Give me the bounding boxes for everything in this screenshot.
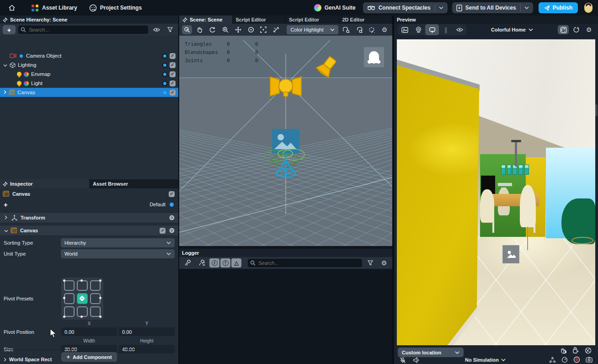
- pivot-bottom-left[interactable]: [64, 306, 75, 317]
- publish-button[interactable]: Publish: [539, 2, 578, 13]
- pause-button[interactable]: ∥: [439, 24, 453, 35]
- environment-dropdown[interactable]: Colorful Home: [491, 27, 533, 32]
- visibility-eye-icon[interactable]: [151, 25, 162, 34]
- microphone-muted-icon[interactable]: [400, 357, 406, 364]
- add-icon[interactable]: +: [4, 201, 8, 209]
- visibility-dot[interactable]: [162, 81, 167, 86]
- hierarchy-row-lighting[interactable]: Lighting ✓: [0, 60, 178, 70]
- pivot-top-right[interactable]: [90, 280, 101, 291]
- sorting-type-dropdown[interactable]: Hierarchy: [61, 238, 175, 247]
- enabled-checkbox[interactable]: ✓: [170, 71, 176, 77]
- window-scrollbar-nub[interactable]: [595, 104, 598, 116]
- select-tool-button[interactable]: [182, 25, 192, 34]
- spectacles-preview-mode-button[interactable]: [425, 24, 439, 35]
- world-orbit-icon[interactable]: [585, 347, 592, 354]
- pivot-middle-left[interactable]: [64, 293, 75, 304]
- rotate-tool-button[interactable]: [246, 25, 256, 34]
- visibility-dot[interactable]: [162, 72, 167, 77]
- tab-asset-browser[interactable]: Asset Browser: [89, 179, 178, 188]
- hierarchy-row-light[interactable]: Light ✓: [0, 79, 178, 88]
- snapshot-camera-icon[interactable]: [586, 357, 593, 363]
- add-object-button[interactable]: +: [3, 25, 16, 34]
- preview-render[interactable]: [397, 39, 595, 345]
- auto-clear-log-icon[interactable]: [196, 258, 207, 268]
- location-dropdown[interactable]: Custom location: [398, 348, 464, 357]
- send-to-all-devices-chevron[interactable]: [520, 4, 529, 11]
- pivot-middle-right[interactable]: [90, 293, 101, 304]
- send-to-all-devices-button[interactable]: Send to All Devices: [452, 2, 533, 13]
- enabled-checkbox[interactable]: ✓: [170, 62, 176, 68]
- ar-markers-icon[interactable]: [549, 357, 556, 363]
- pivot-top-center[interactable]: [77, 280, 87, 291]
- gear-icon[interactable]: ⚙: [583, 25, 594, 34]
- component-enabled-checkbox[interactable]: ✓: [160, 228, 166, 234]
- world-space-rect-section[interactable]: World Space Rect: [4, 357, 52, 362]
- scene-viewport[interactable]: Triangles00 Blendshapes00 Joints00: [179, 36, 392, 246]
- object-enabled-checkbox[interactable]: ✓: [169, 191, 175, 197]
- filter-icon[interactable]: [365, 258, 376, 268]
- move-tool-button[interactable]: [233, 25, 243, 34]
- clear-log-icon[interactable]: [182, 258, 193, 268]
- pan-tool-button[interactable]: [195, 25, 205, 34]
- gear-icon[interactable]: ⚙: [169, 227, 175, 234]
- simulation-dropdown[interactable]: No Simulation: [465, 357, 506, 363]
- gear-icon[interactable]: ⚙: [379, 258, 390, 268]
- enabled-checkbox[interactable]: ✓: [170, 80, 176, 86]
- pivot-x-field[interactable]: 0.00: [61, 327, 117, 336]
- transform-section-header[interactable]: Transform ⚙: [0, 212, 178, 223]
- asset-library-button[interactable]: Asset Library: [31, 4, 77, 12]
- connect-spectacles-button[interactable]: Connect Spectacles: [363, 2, 448, 13]
- logger-output[interactable]: [179, 269, 392, 364]
- default-toggle[interactable]: [169, 202, 175, 208]
- log-error-toggle[interactable]: !: [220, 258, 230, 268]
- speaker-icon[interactable]: [413, 357, 420, 363]
- enabled-checkbox[interactable]: ✓: [170, 53, 176, 59]
- log-info-toggle[interactable]: i: [209, 258, 219, 268]
- tab-scene[interactable]: Scene: Scene: [179, 16, 233, 24]
- reload-lens-button[interactable]: [558, 25, 569, 34]
- color-mode-dropdown[interactable]: Color Highlight: [287, 25, 338, 34]
- genai-suite-button[interactable]: GenAI Suite: [314, 4, 356, 11]
- hierarchy-row-envmap[interactable]: Envmap ✓: [0, 70, 178, 79]
- account-avatar[interactable]: [584, 3, 593, 13]
- zoom-tool-button[interactable]: [220, 25, 230, 34]
- camera-filter-1-icon[interactable]: [341, 25, 351, 34]
- hierarchy-row-camera[interactable]: Camera Object ✓: [0, 51, 178, 60]
- home-button[interactable]: [8, 4, 16, 11]
- webcam-preview-mode-button[interactable]: [411, 24, 425, 35]
- project-settings-button[interactable]: Project Settings: [89, 4, 142, 12]
- visibility-dot[interactable]: [162, 90, 167, 95]
- scale-tool-button[interactable]: [259, 25, 269, 34]
- filter-icon[interactable]: [165, 25, 176, 34]
- log-warning-toggle[interactable]: △: [231, 258, 241, 268]
- enabled-checkbox[interactable]: ✓: [170, 90, 176, 96]
- camera-filter-2-icon[interactable]: [354, 25, 364, 34]
- pivot-y-field[interactable]: 0.00: [119, 327, 175, 336]
- canvas-section-header[interactable]: Canvas ✓ ⚙: [0, 225, 178, 236]
- image-preview-mode-button[interactable]: [398, 24, 411, 35]
- tab-inspector[interactable]: Inspector: [0, 179, 89, 188]
- unit-type-dropdown[interactable]: World: [61, 249, 175, 258]
- orbit-tool-button[interactable]: [208, 25, 218, 34]
- pivot-center-selected[interactable]: [77, 293, 87, 304]
- pivot-top-left[interactable]: [64, 280, 75, 291]
- gear-icon[interactable]: ⚙: [169, 214, 175, 221]
- visibility-dot[interactable]: [162, 54, 167, 59]
- chevron-right-icon[interactable]: [3, 90, 7, 95]
- hand-tracking-icon[interactable]: [560, 347, 566, 354]
- body-tracking-icon[interactable]: [572, 347, 579, 354]
- add-component-button[interactable]: + Add Component: [61, 352, 117, 362]
- manipulate-tool-button[interactable]: [271, 25, 281, 34]
- connect-spectacles-chevron[interactable]: [435, 4, 443, 11]
- record-button[interactable]: [573, 356, 580, 363]
- tab-script-editor-2[interactable]: Script Editor: [286, 16, 339, 24]
- logger-search-input[interactable]: [248, 259, 362, 267]
- fps-gauge-icon[interactable]: [561, 357, 568, 363]
- tab-script-editor-1[interactable]: Script Editor: [233, 16, 286, 24]
- hierarchy-row-canvas-selected[interactable]: Canvas ✓: [0, 88, 178, 97]
- chevron-down-icon[interactable]: [3, 63, 7, 68]
- pivot-bottom-center[interactable]: [77, 306, 87, 317]
- reset-preview-button[interactable]: [571, 25, 582, 34]
- camera-filter-3-icon[interactable]: [367, 25, 377, 34]
- pivot-bottom-right[interactable]: [90, 306, 101, 317]
